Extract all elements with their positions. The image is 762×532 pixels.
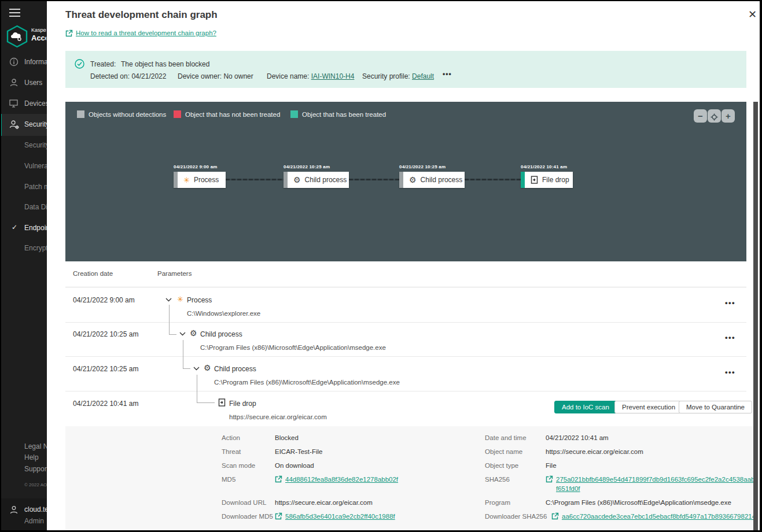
detected-on: Detected on: 04/21/2022 — [90, 72, 166, 80]
move-to-quarantine-button[interactable]: Move to Quarantine — [679, 401, 752, 413]
info-icon — [9, 57, 19, 66]
red-swatch-icon — [174, 110, 181, 118]
row-creation-date: 04/21/2022 10:41 am — [73, 400, 138, 408]
legend-no-detections: Objects without detections — [77, 110, 166, 118]
node-timestamp: 04/21/2022 10:41 am — [521, 164, 567, 169]
node-label: Child process — [305, 176, 347, 184]
row-path: C:\Windows\explorer.exe — [187, 310, 260, 317]
node-label: Process — [194, 176, 219, 184]
detail-value: Blocked — [275, 434, 299, 441]
device-owner: Device owner: No owner — [178, 72, 253, 80]
scrollbar[interactable] — [753, 102, 758, 530]
detail-label: Action — [222, 434, 240, 441]
detail-value: EICAR-Test-File — [275, 448, 322, 455]
legend-label: Object that has been treated — [302, 111, 386, 118]
how-to-read-link[interactable]: How to read a threat development chain g… — [76, 29, 216, 36]
graph-node-child-process[interactable]: ⚙ Child process — [284, 172, 349, 188]
detail-label: Download URL — [222, 499, 266, 506]
status-banner: Treated: The object has been blocked Det… — [65, 51, 746, 88]
detail-label: Scan mode — [222, 462, 255, 469]
legend-label: Object that has not been treated — [185, 111, 280, 118]
zoom-in-button[interactable]: + — [721, 109, 735, 123]
detail-label: MD5 — [222, 476, 235, 483]
close-icon[interactable]: ✕ — [748, 8, 757, 21]
hamburger-menu-icon[interactable] — [9, 9, 20, 17]
banner-more-icon[interactable]: ••• — [443, 70, 452, 78]
chevron-down-icon[interactable] — [165, 298, 172, 302]
sidebar-link-help[interactable]: Help — [24, 453, 47, 461]
detail-label: Object type — [485, 462, 518, 469]
column-header-creation-date: Creation date — [73, 270, 113, 277]
chain-graph-panel: Objects without detections Object that h… — [65, 102, 746, 261]
sidebar-subitem-security-management[interactable]: Security — [24, 141, 47, 149]
add-to-ioc-scan-button[interactable]: Add to IoC scan — [554, 401, 617, 413]
sidebar-link-support[interactable]: Support — [24, 465, 47, 473]
teal-swatch-icon — [290, 110, 298, 118]
node-status-bar — [284, 172, 288, 188]
chevron-down-icon[interactable] — [193, 367, 200, 371]
row-type: Child process — [214, 365, 256, 373]
gear-icon: ⚙ — [190, 329, 197, 337]
gray-swatch-icon — [77, 110, 84, 118]
check-icon: ✓ — [12, 223, 17, 231]
row-more-icon[interactable]: ••• — [725, 333, 735, 342]
brand-name-top: Kasper — [31, 27, 46, 33]
graph-node-process[interactable]: ✳ Process — [174, 172, 226, 188]
graph-node-child-process[interactable]: ⚙ Child process — [399, 172, 465, 188]
external-link-icon — [551, 512, 559, 520]
center-graph-button[interactable] — [708, 109, 721, 123]
sidebar-subitem-data-discovery[interactable]: Data Dis — [24, 203, 47, 211]
security-profile-link[interactable]: Default — [412, 72, 434, 80]
graph-edge — [465, 179, 521, 180]
detail-value: File — [546, 462, 557, 469]
node-timestamp: 04/21/2022 9:00 am — [174, 164, 218, 169]
downloader-sha256-hash-link[interactable]: aa6cc720aacdede3cea7ebc1d5ebacf8bfd5497a… — [562, 512, 755, 521]
divider — [65, 322, 746, 323]
prevent-execution-button[interactable]: Prevent execution — [614, 401, 683, 413]
tree-connector — [169, 305, 176, 335]
sha256-hash-link[interactable]: 275a021bbfb6489e54d471899f7db9d1663fc695… — [556, 475, 755, 493]
sidebar-item-users[interactable]: Users — [24, 79, 47, 87]
user-account-name: cloud.te — [24, 505, 47, 513]
legend-label: Objects without detections — [89, 111, 166, 118]
row-more-icon[interactable]: ••• — [725, 368, 735, 376]
device-name-link[interactable]: IAI-WIN10-H4 — [311, 72, 355, 80]
sidebar-item-devices[interactable]: Devices — [24, 99, 47, 108]
sidebar-subitem-endpoint[interactable]: Endpoin — [24, 224, 47, 232]
page-title: Threat development chain graph — [65, 9, 218, 21]
sidebar-subitem-encryption[interactable]: Encrypt — [24, 244, 47, 252]
device-name: Device name: IAI-WIN10-H4 — [267, 72, 354, 80]
zoom-out-button[interactable]: − — [694, 109, 707, 123]
sidebar-subitem-patch-management[interactable]: Patch m — [24, 183, 47, 191]
downloader-md5-hash-link[interactable]: 586afb5d3e6401ca9e2cb2ff40c1988f — [285, 512, 395, 521]
detail-value: https://secure.eicar.org/eicar.com — [546, 448, 643, 455]
graph-node-file-drop[interactable]: File drop — [521, 172, 573, 188]
downloader-md5-link-row: 586afb5d3e6401ca9e2cb2ff40c1988f — [275, 512, 395, 521]
sidebar-item-information[interactable]: Informa — [24, 58, 47, 66]
row-path: C:\Program Files (x86)\Microsoft\Edge\Ap… — [200, 344, 386, 351]
row-path: https://secure.eicar.org/eicar.com — [229, 413, 327, 420]
detected-on-label: Detected on: — [90, 72, 130, 80]
brand-name-bottom: Acco — [31, 34, 46, 42]
security-profile-label: Security profile: — [362, 72, 410, 80]
sidebar-link-legal[interactable]: Legal N — [24, 442, 47, 450]
detail-label: Downloader SHA256 — [485, 513, 547, 520]
node-label: File drop — [542, 176, 569, 184]
chevron-down-icon[interactable] — [179, 332, 186, 336]
security-profile: Security profile: Default — [362, 72, 434, 80]
node-status-bar — [399, 172, 403, 188]
sidebar-item-security[interactable]: Security — [24, 120, 47, 128]
row-more-icon[interactable]: ••• — [725, 298, 735, 307]
sidebar-subitem-vulnerability[interactable]: Vulnera — [24, 162, 47, 170]
gear-icon: ⚙ — [409, 176, 417, 184]
file-drop-icon — [218, 398, 226, 407]
help-link-row: How to read a threat development chain g… — [65, 29, 216, 37]
external-link-icon — [275, 475, 282, 483]
md5-hash-link[interactable]: 44d88612fea8a8f36de82e1278abb02f — [285, 475, 398, 484]
device-name-label: Device name: — [267, 72, 309, 80]
graph-edge — [226, 179, 284, 180]
sha256-link-row: 275a021bbfb6489e54d471899f7db9d1663fc695… — [546, 475, 755, 493]
row-type: Child process — [200, 330, 242, 338]
tree-connector — [197, 375, 215, 403]
sidebar-user-section[interactable]: cloud.te Admin — [0, 498, 47, 532]
